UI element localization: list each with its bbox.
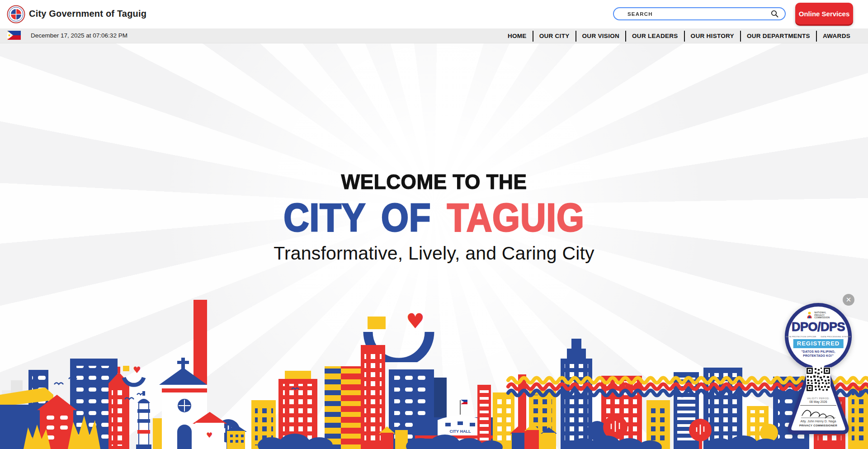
- dpo-dps-registration-seal: NATIONAL PRIVACY COMMISSION DPO/DPS DATA…: [785, 301, 852, 438]
- hero-tagline: Transformative, Lively, and Caring City: [0, 243, 868, 264]
- badge-close-button[interactable]: ✕: [843, 294, 854, 306]
- hero-taguig: TAGUIG: [447, 195, 585, 239]
- nav-item-home[interactable]: HOME: [502, 33, 533, 39]
- hero-welcome-text: WELCOME TO THE: [26, 169, 842, 194]
- badge-subtitle-left: DATA PROTECTION OFFICER: [786, 336, 816, 338]
- philippine-flag-icon: [7, 31, 21, 40]
- npc-line3: COMMISSION: [814, 317, 830, 319]
- building-striped-duo: [325, 366, 361, 449]
- qr-code: [806, 367, 830, 392]
- badge-motto-line1: "DATOS NG PILIPINO,: [785, 350, 852, 354]
- header: City Government of Taguig Online Service…: [0, 0, 868, 28]
- close-icon: ✕: [846, 297, 852, 303]
- nav-item-our-leaders[interactable]: OUR LEADERS: [626, 33, 684, 39]
- lighthouse: [136, 391, 151, 449]
- online-services-button[interactable]: Online Services: [795, 3, 853, 24]
- search-icon[interactable]: [771, 10, 778, 18]
- building-yellow-right1: [493, 392, 514, 449]
- nav-item-awards[interactable]: AWARDS: [817, 33, 856, 39]
- validity-date: 08 May 2026: [785, 400, 852, 403]
- hero-city-title: CITY OF TAGUIG: [43, 195, 825, 240]
- signature: [800, 406, 836, 419]
- city-hall-sign: CITY HALL: [450, 429, 471, 434]
- topbar: December 17, 2025 at 07:06:32 PM HOME OU…: [0, 28, 868, 43]
- svg-text:♥: ♥: [206, 431, 212, 440]
- datetime-text: December 17, 2025 at 07:06:32 PM: [31, 32, 127, 39]
- search-input[interactable]: [614, 11, 771, 17]
- search-bar: [613, 7, 786, 20]
- nav-item-our-vision[interactable]: OUR VISION: [576, 33, 626, 39]
- smile-heart-motif-small: ♥: [123, 364, 144, 385]
- site-title: City Government of Taguig: [29, 9, 146, 19]
- badge-title: DPO/DPS: [785, 320, 852, 334]
- badge-subtitle-right: DATA PROCESSING SYSTEM: [821, 336, 851, 338]
- main-nav: HOME OUR CITY OUR VISION OUR LEADERS OUR…: [502, 28, 856, 43]
- npc-logo-icon: [807, 312, 812, 319]
- hero-city-of: CITY OF: [283, 195, 431, 239]
- nav-item-our-departments[interactable]: OUR DEPARTMENTS: [741, 33, 816, 39]
- npc-logo-row: NATIONAL PRIVACY COMMISSION: [785, 312, 852, 319]
- signatory-name: Atty. John Henry D. Naga: [785, 420, 852, 423]
- cityscape-illustration: CITY HALL ♥: [0, 282, 868, 449]
- nav-item-our-city[interactable]: OUR CITY: [533, 33, 576, 39]
- validity-label: VALIDITY PERIOD:: [785, 397, 852, 400]
- signatory-title: PRIVACY COMMISSIONER: [785, 424, 852, 427]
- taguig-seal-logo: [7, 5, 25, 24]
- badge-motto-line2: PROTEKTADO KO!": [785, 354, 852, 358]
- svg-text:♥: ♥: [133, 364, 141, 375]
- nav-item-our-history[interactable]: OUR HISTORY: [685, 33, 740, 39]
- registered-label: REGISTERED: [793, 339, 844, 348]
